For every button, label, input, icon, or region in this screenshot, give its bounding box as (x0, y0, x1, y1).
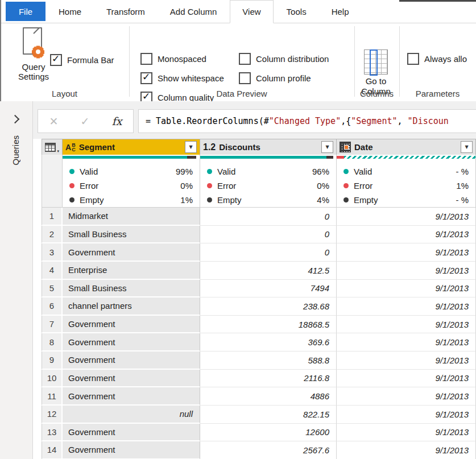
row-number[interactable]: 11 (42, 387, 63, 406)
menu-tab-view[interactable]: View (230, 0, 273, 23)
quality-label: Error (217, 181, 236, 191)
cell-segment[interactable]: Government (63, 370, 200, 388)
formula-text: = Table.ReorderColumns(#"Changed Type",{… (139, 116, 449, 126)
checkbox-column-distribution[interactable]: Column distribution (239, 53, 329, 65)
checkbox-icon[interactable] (407, 53, 419, 65)
checkbox-formula-bar[interactable]: Formula Bar (50, 54, 114, 66)
empty-dot-icon (343, 197, 349, 202)
checkbox-always-allow[interactable]: Always allo (407, 53, 467, 65)
cell-segment[interactable]: Government (63, 441, 200, 459)
row-number[interactable]: 6 (42, 297, 63, 316)
checkbox-monospaced[interactable]: Monospaced (140, 53, 206, 65)
cell-segment[interactable]: Government (63, 316, 200, 334)
cell-discounts[interactable]: 18868.5 (200, 316, 337, 334)
menu-tab-add-column[interactable]: Add Column (158, 0, 229, 23)
cell-discounts[interactable]: 0 (200, 208, 337, 226)
checkbox-icon[interactable] (239, 72, 251, 84)
cell-segment[interactable]: Small Business (63, 280, 200, 298)
quality-stat-error: Error1% (343, 179, 469, 193)
row-number[interactable]: 3 (42, 243, 63, 262)
quality-label: Error (80, 181, 98, 191)
row-number[interactable]: 8 (42, 333, 63, 352)
row-number[interactable]: 9 (42, 352, 63, 370)
cell-date[interactable]: 9/1/2013 (337, 333, 476, 352)
valid-dot-icon (343, 169, 349, 174)
column-header-date[interactable]: Date ▼ (337, 139, 476, 155)
quality-value: - % (456, 195, 469, 205)
cancel-icon[interactable]: ✕ (49, 115, 59, 127)
menu-tab-tools[interactable]: Tools (275, 0, 318, 23)
queries-pane-collapsed[interactable]: Queries (0, 101, 33, 459)
cell-segment[interactable]: Government (63, 424, 200, 442)
cell-discounts[interactable]: 0 (200, 243, 337, 262)
row-number[interactable]: 4 (42, 262, 63, 280)
cell-date[interactable]: 9/1/2013 (337, 424, 476, 442)
group-label-layout: Layout (0, 89, 129, 98)
cell-discounts[interactable]: 412.5 (200, 262, 337, 280)
cell-date[interactable]: 9/1/2013 (337, 208, 476, 226)
cell-date[interactable]: 9/1/2013 (337, 316, 476, 334)
row-number[interactable]: 2 (42, 226, 63, 244)
quality-label: Error (354, 181, 372, 191)
formula-input[interactable]: = Table.ReorderColumns(#"Changed Type",{… (138, 109, 476, 133)
checkbox-icon[interactable] (50, 54, 62, 66)
filter-dropdown-button[interactable]: ▼ (461, 141, 473, 153)
cell-segment[interactable]: Enterprise (63, 262, 200, 280)
cell-date[interactable]: 9/1/2013 (337, 262, 476, 280)
cell-discounts[interactable]: 2116.8 (200, 370, 337, 388)
checkbox-icon[interactable] (140, 53, 152, 65)
quality-stats-date: Valid- %Error1%Empty- % (337, 160, 476, 208)
fx-icon[interactable]: fx (112, 115, 122, 127)
expand-chevron-icon[interactable] (11, 115, 20, 124)
cell-date[interactable]: 9/1/2013 (337, 280, 476, 298)
menu-tab-transform[interactable]: Transform (94, 0, 157, 23)
cell-date[interactable]: 9/1/2013 (337, 370, 476, 388)
row-number[interactable]: 1 (42, 208, 63, 226)
table-corner-cell[interactable]: ▾ (42, 139, 63, 155)
cell-segment[interactable]: Government (63, 243, 200, 262)
cell-segment[interactable]: channel partners (63, 297, 200, 316)
column-header-segment[interactable]: A B C Segment ▼ (63, 139, 200, 155)
filter-dropdown-button[interactable]: ▼ (185, 141, 197, 153)
cell-segment[interactable]: Government (63, 352, 200, 370)
commit-icon[interactable]: ✓ (81, 115, 90, 127)
checkbox-show-whitespace[interactable]: Show whitespace (140, 72, 224, 84)
cell-segment[interactable]: null (63, 406, 200, 424)
cell-segment[interactable]: Small Business (63, 226, 200, 244)
quality-stat-valid: Valid- % (343, 164, 469, 179)
row-number[interactable]: 5 (42, 280, 63, 298)
date-type-icon (340, 142, 351, 152)
cell-segment[interactable]: Government (63, 333, 200, 352)
cell-discounts[interactable]: 822.15 (200, 406, 337, 424)
checkbox-icon[interactable] (239, 53, 251, 65)
menu-tab-help[interactable]: Help (320, 0, 361, 23)
cell-discounts[interactable]: 588.8 (200, 352, 337, 370)
cell-date[interactable]: 9/1/2013 (337, 243, 476, 262)
row-number[interactable]: 12 (42, 406, 63, 424)
cell-discounts[interactable]: 2567.6 (200, 441, 337, 459)
checkbox-icon[interactable] (140, 72, 152, 84)
cell-date[interactable]: 9/1/2013 (337, 441, 476, 459)
row-number[interactable]: 10 (42, 370, 63, 388)
column-header-discounts[interactable]: 1.2 Discounts ▼ (200, 139, 337, 155)
row-number[interactable]: 13 (42, 424, 63, 442)
cell-discounts[interactable]: 7494 (200, 280, 337, 298)
cell-discounts[interactable]: 0 (200, 226, 337, 244)
cell-discounts[interactable]: 238.68 (200, 297, 337, 316)
file-menu-button[interactable]: File (6, 2, 45, 21)
cell-discounts[interactable]: 369.6 (200, 333, 337, 352)
cell-segment[interactable]: Government (63, 387, 200, 406)
filter-dropdown-button[interactable]: ▼ (321, 141, 333, 153)
cell-date[interactable]: 9/1/2013 (337, 387, 476, 406)
cell-date[interactable]: 9/1/2013 (337, 297, 476, 316)
cell-segment[interactable]: Midmarket (63, 208, 200, 226)
cell-date[interactable]: 9/1/2013 (337, 226, 476, 244)
cell-date[interactable]: 9/1/2013 (337, 406, 476, 424)
row-number[interactable]: 7 (42, 316, 63, 334)
cell-discounts[interactable]: 12600 (200, 424, 337, 442)
cell-date[interactable]: 9/1/2013 (337, 352, 476, 370)
cell-discounts[interactable]: 4886 (200, 387, 337, 406)
row-number[interactable]: 14 (42, 441, 63, 459)
checkbox-column-profile[interactable]: Column profile (239, 72, 311, 84)
menu-tab-home[interactable]: Home (47, 0, 93, 23)
